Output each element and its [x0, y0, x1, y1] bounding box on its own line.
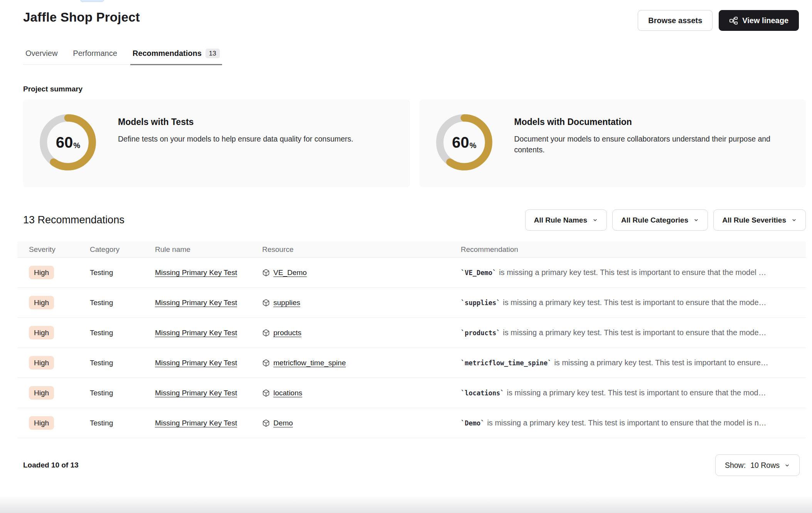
tab-recommendations-label: Recommendations: [133, 49, 202, 58]
recommendation-text: is missing a primary key test. This test…: [503, 328, 766, 337]
severity-badge: High: [29, 266, 54, 279]
recommendation-text: is missing a primary key test. This test…: [507, 388, 766, 397]
rule-name-link[interactable]: Missing Primary Key Test: [155, 329, 237, 337]
docs-card-title: Models with Documentation: [514, 117, 791, 127]
recommendations-count-badge: 13: [206, 49, 220, 58]
recommendation-code: `metricflow_time_spine`: [461, 359, 551, 367]
severity-badge: High: [29, 356, 54, 370]
category-cell: Testing: [90, 268, 155, 277]
recommendation-cell: `supplies`is missing a primary key test.…: [461, 298, 806, 307]
category-cell: Testing: [90, 329, 155, 337]
rule-categories-filter-label: All Rule Categories: [621, 216, 688, 224]
page-fade-gradient: [0, 495, 812, 513]
rule-name-link[interactable]: Missing Primary Key Test: [155, 268, 237, 277]
resource-link[interactable]: products: [273, 329, 302, 337]
table-body: High Testing Missing Primary Key Test VE…: [17, 258, 806, 438]
recommendation-text: is missing a primary key test. This test…: [499, 268, 766, 277]
show-value: 10 Rows: [750, 461, 780, 470]
page-header: Jaffle Shop Project Browse assets View l…: [0, 0, 812, 31]
rows-per-page-select[interactable]: Show: 10 Rows: [715, 454, 800, 476]
recommendation-cell: `Demo`is missing a primary key test. Thi…: [461, 418, 806, 427]
browse-assets-button[interactable]: Browse assets: [638, 10, 713, 31]
tests-donut-chart: 60%: [39, 113, 97, 172]
recommendation-code: `VE_Demo`: [461, 269, 496, 277]
tests-donut-value: 60%: [39, 113, 97, 172]
col-resource: Resource: [262, 245, 461, 254]
recommendation-code: `products`: [461, 329, 500, 337]
rule-name-link[interactable]: Missing Primary Key Test: [155, 359, 237, 367]
resource-link[interactable]: supplies: [273, 299, 300, 307]
category-cell: Testing: [90, 389, 155, 397]
rule-severities-filter[interactable]: All Rule Severities: [713, 209, 806, 231]
model-cube-icon: [262, 269, 270, 277]
tests-card-title: Models with Tests: [118, 117, 353, 127]
docs-percent: 60: [452, 134, 469, 151]
rule-categories-filter[interactable]: All Rule Categories: [612, 209, 708, 231]
tab-bar: Overview Performance Recommendations 13: [23, 49, 222, 65]
severity-badge: High: [29, 296, 54, 309]
models-with-docs-card: 60% Models with Documentation Document y…: [419, 100, 806, 187]
rule-severities-filter-label: All Rule Severities: [722, 216, 786, 224]
col-recommendation: Recommendation: [461, 245, 806, 254]
recommendation-text: is missing a primary key test. This test…: [487, 418, 766, 427]
recommendation-code: `supplies`: [461, 299, 500, 307]
recommendation-code: `locations`: [461, 389, 504, 397]
tab-performance[interactable]: Performance: [71, 49, 120, 65]
rule-names-filter[interactable]: All Rule Names: [525, 209, 607, 231]
severity-badge: High: [29, 386, 54, 400]
lineage-icon: [729, 16, 738, 25]
table-row: High Testing Missing Primary Key Test VE…: [17, 258, 806, 288]
resource-link[interactable]: locations: [273, 389, 302, 397]
severity-badge: High: [29, 416, 54, 430]
chevron-down-icon: [693, 217, 699, 223]
loaded-status: Loaded 10 of 13: [23, 461, 79, 469]
table-footer: Loaded 10 of 13 Show: 10 Rows: [23, 454, 800, 476]
table-row: High Testing Missing Primary Key Test lo…: [17, 378, 806, 408]
model-cube-icon: [262, 329, 270, 337]
docs-card-description: Document your models to ensure collabora…: [514, 133, 791, 155]
tab-recommendations[interactable]: Recommendations 13: [130, 49, 222, 65]
clipped-tooltip-fragment: [80, 0, 104, 2]
docs-donut-value: 60%: [435, 113, 494, 172]
tab-overview[interactable]: Overview: [23, 49, 60, 65]
recommendation-cell: `VE_Demo`is missing a primary key test. …: [461, 268, 806, 277]
model-cube-icon: [262, 299, 270, 307]
category-cell: Testing: [90, 299, 155, 307]
view-lineage-button[interactable]: View lineage: [719, 10, 799, 31]
recommendation-code: `Demo`: [461, 419, 484, 427]
resource-link[interactable]: VE_Demo: [273, 268, 307, 277]
resource-link[interactable]: Demo: [273, 419, 293, 427]
recommendations-table: Severity Category Rule name Resource Rec…: [17, 241, 806, 438]
resource-link[interactable]: metricflow_time_spine: [273, 359, 346, 367]
project-page: Jaffle Shop Project Browse assets View l…: [0, 0, 812, 513]
recommendation-cell: `products`is missing a primary key test.…: [461, 328, 806, 337]
header-actions: Browse assets View lineage: [638, 10, 799, 31]
rule-names-filter-label: All Rule Names: [534, 216, 587, 224]
summary-cards: 60% Models with Tests Define tests on yo…: [23, 100, 806, 187]
col-category: Category: [90, 245, 155, 254]
model-cube-icon: [262, 359, 270, 367]
tab-performance-label: Performance: [73, 49, 117, 58]
tab-overview-label: Overview: [25, 49, 57, 58]
chevron-down-icon: [791, 217, 797, 223]
col-rule-name: Rule name: [155, 245, 262, 254]
recommendations-header: 13 Recommendations All Rule Names All Ru…: [23, 209, 806, 231]
category-cell: Testing: [90, 419, 155, 427]
view-lineage-label: View lineage: [742, 16, 788, 25]
recommendation-cell: `locations`is missing a primary key test…: [461, 388, 806, 397]
rule-name-link[interactable]: Missing Primary Key Test: [155, 419, 237, 427]
rule-name-link[interactable]: Missing Primary Key Test: [155, 299, 237, 307]
tests-card-description: Define tests on your models to help ensu…: [118, 133, 353, 144]
col-severity: Severity: [17, 245, 90, 254]
table-row: High Testing Missing Primary Key Test su…: [17, 288, 806, 318]
model-cube-icon: [262, 419, 270, 427]
rule-name-link[interactable]: Missing Primary Key Test: [155, 389, 237, 397]
recommendation-text: is missing a primary key test. This test…: [503, 298, 766, 307]
docs-donut-chart: 60%: [435, 113, 494, 172]
recommendation-text: is missing a primary key test. This test…: [554, 358, 768, 367]
filter-bar: All Rule Names All Rule Categories All R…: [525, 209, 806, 231]
chevron-down-icon: [784, 462, 790, 468]
table-row: High Testing Missing Primary Key Test De…: [17, 408, 806, 438]
table-row: High Testing Missing Primary Key Test me…: [17, 348, 806, 378]
tests-percent: 60: [56, 134, 73, 151]
